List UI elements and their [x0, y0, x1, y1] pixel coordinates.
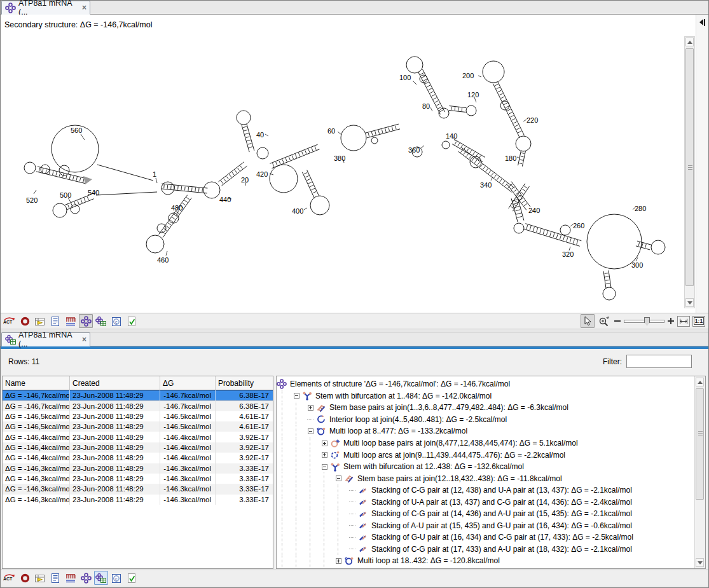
view-text-doc-button[interactable] — [48, 314, 62, 328]
structure-position-label: 280 — [635, 205, 646, 212]
tree-item[interactable]: Elements of structure 'ΔG = -146,7kcal/m… — [277, 378, 694, 390]
view-clover-table-button[interactable] — [94, 571, 108, 585]
scroll-down-button[interactable] — [696, 558, 704, 567]
view-check-doc-button[interactable] — [125, 314, 139, 328]
view-clover-button[interactable] — [79, 571, 93, 585]
zoom-out-icon[interactable] — [614, 317, 621, 325]
view-copyright-button[interactable]: c — [109, 571, 123, 585]
expand-icon[interactable] — [308, 405, 313, 411]
table-row[interactable]: ΔG = -146,7kcal/mol23-Jun-2008 11:48:29-… — [3, 400, 273, 411]
tree-item[interactable]: Multi loop at 8..477: ΔG = -133.2kcal/mo… — [277, 425, 694, 437]
selection-cursor-button[interactable] — [581, 314, 595, 328]
tree-item[interactable]: Stacking of C-G pair at (17, 433) and A-… — [277, 544, 694, 556]
top-tab-bar: ATP8a1 mRNA (... × — [1, 1, 708, 15]
cell-dg: -146.3kcal/mol — [160, 474, 216, 484]
expand-icon[interactable] — [322, 441, 327, 446]
secondary-structure-icon — [5, 3, 16, 13]
expand-icon[interactable] — [336, 558, 341, 564]
cell-created: 23-Jun-2008 11:48:29 — [70, 442, 160, 453]
zoom-in-tool-button[interactable] — [597, 314, 611, 328]
table-row[interactable]: ΔG = -146,4kcal/mol23-Jun-2008 11:48:29-… — [3, 432, 273, 442]
tree-item[interactable]: Stem base pairs at join(1..3,6..8,477..4… — [277, 402, 694, 414]
view-clover-table-button[interactable] — [94, 314, 108, 328]
table-row[interactable]: ΔG = -146,3kcal/mol23-Jun-2008 11:48:29-… — [3, 474, 273, 484]
fit-width-button[interactable] — [677, 316, 690, 327]
scrollbar-thumb[interactable] — [696, 388, 704, 500]
collapse-icon[interactable] — [322, 464, 327, 470]
vertical-scrollbar[interactable] — [684, 36, 695, 308]
column-header-probability[interactable]: Probability — [216, 376, 273, 390]
filter-input[interactable] — [626, 355, 692, 368]
cell-name: ΔG = -146,3kcal/mol — [3, 463, 70, 474]
view-copyright-button[interactable]: c — [109, 314, 123, 328]
tree-guide-line — [282, 461, 293, 473]
donut-icon — [20, 573, 31, 584]
collapse-bar-icon — [704, 19, 705, 26]
zoom-100-button[interactable]: 1:1 — [692, 316, 705, 327]
tree-vertical-scrollbar[interactable] — [694, 376, 705, 568]
table-row[interactable]: ΔG = -146,5kcal/mol23-Jun-2008 11:48:29-… — [3, 411, 273, 421]
table-row[interactable]: ΔG = -146,5kcal/mol23-Jun-2008 11:48:29-… — [3, 421, 273, 432]
tree-item[interactable]: Stacking of U-A pair at (13, 437) and C-… — [277, 496, 694, 508]
column-header-created[interactable]: Created — [70, 376, 160, 390]
scroll-up-button[interactable] — [685, 38, 694, 46]
view-donut-button[interactable] — [18, 314, 32, 328]
cell-name: ΔG = -146,3kcal/mol — [3, 495, 70, 505]
view-clover-button[interactable] — [79, 314, 93, 328]
close-tab-icon[interactable]: × — [82, 4, 86, 11]
view-table-arrow-button[interactable] — [33, 571, 47, 585]
table-row[interactable]: ΔG = -146,7kcal/mol23-Jun-2008 11:48:29-… — [3, 390, 273, 400]
cell-dg: -146.4kcal/mol — [160, 442, 216, 453]
view-act-button[interactable]: ACT — [3, 571, 17, 585]
tree-item[interactable]: Stacking of A-U pair at (15, 435) and G-… — [277, 520, 694, 532]
collapse-icon[interactable] — [294, 393, 299, 399]
collapse-icon[interactable] — [336, 475, 341, 481]
tree-item[interactable]: Stacking of C-G pair at (12, 438) and U-… — [277, 484, 694, 496]
tree-item[interactable]: Interior loop at join(4..5,480..481): ΔG… — [277, 414, 694, 426]
tree-item[interactable]: Multi loop base pairs at join(8,477,12,4… — [277, 437, 694, 449]
table-row[interactable]: ΔG = -146,3kcal/mol23-Jun-2008 11:48:29-… — [3, 484, 273, 494]
tree-item[interactable]: Stem with bifurcation at 12..438: ΔG = -… — [277, 461, 694, 473]
scroll-up-button[interactable] — [696, 378, 704, 386]
tree-guide-line — [296, 520, 307, 532]
view-comb-button[interactable] — [64, 571, 78, 585]
tree-guide-line — [310, 461, 321, 473]
structure-canvas[interactable]: Secondary structure: ΔG = -146,7kcal/mol… — [1, 15, 708, 313]
clover-table-icon — [95, 316, 107, 327]
tree-item[interactable]: Multi loop at 18..432: ΔG = -120.8kcal/m… — [277, 555, 694, 567]
cell-created: 23-Jun-2008 11:48:29 — [70, 495, 160, 505]
scrollbar-thumb[interactable] — [685, 48, 694, 286]
table-row[interactable]: ΔG = -146,4kcal/mol23-Jun-2008 11:48:29-… — [3, 453, 273, 463]
column-header-name[interactable]: Name — [3, 376, 70, 390]
tree-guide-line — [296, 461, 307, 473]
scroll-down-button[interactable] — [685, 298, 694, 307]
tree-item[interactable]: Multi loop arcs at join(9..11,439..444,4… — [277, 449, 694, 461]
tree-item[interactable]: Stem base pairs at join(12..18,432..438)… — [277, 472, 694, 484]
view-table-arrow-button[interactable] — [33, 314, 47, 328]
zoom-slider[interactable] — [624, 320, 664, 323]
column-header-dg[interactable]: ΔG — [160, 376, 216, 390]
table-row[interactable]: ΔG = -146,4kcal/mol23-Jun-2008 11:48:29-… — [3, 442, 273, 453]
view-act-button[interactable]: ACT — [3, 314, 17, 328]
zoom-in-icon[interactable] — [667, 317, 675, 325]
view-comb-button[interactable] — [64, 314, 78, 328]
tab-structure-table-view[interactable]: ATP8a1 mRNA (... × — [1, 332, 90, 346]
collapse-icon[interactable] — [308, 428, 313, 434]
table-row[interactable]: ΔG = -146,3kcal/mol23-Jun-2008 11:48:29-… — [3, 495, 273, 505]
tree-item-label: Stem with bifurcation at 1..484: ΔG = -1… — [315, 392, 492, 400]
close-tab-icon[interactable]: × — [82, 336, 86, 343]
view-text-doc-button[interactable] — [48, 571, 62, 585]
tree-guide-line — [282, 437, 293, 449]
tree-item-label: Stacking of A-U pair at (15, 435) and G-… — [371, 521, 632, 530]
tree-guide-line — [282, 414, 293, 426]
tree-item[interactable]: Stacking of G-U pair at (16, 434) and C-… — [277, 531, 694, 544]
zoom-slider-thumb[interactable] — [644, 317, 650, 326]
tab-secondary-structure-view[interactable]: ATP8a1 mRNA (... × — [1, 1, 90, 15]
table-row[interactable]: ΔG = -146,3kcal/mol23-Jun-2008 11:48:29-… — [3, 463, 273, 474]
tree-item[interactable]: Stacking of C-G pair at (14, 436) and A-… — [277, 508, 694, 520]
collapse-side-panel-button[interactable] — [698, 18, 706, 27]
tree-item[interactable]: Stem with bifurcation at 1..484: ΔG = -1… — [277, 390, 694, 402]
expand-icon[interactable] — [322, 452, 327, 458]
view-check-doc-button[interactable] — [125, 571, 139, 585]
view-donut-button[interactable] — [18, 571, 32, 585]
